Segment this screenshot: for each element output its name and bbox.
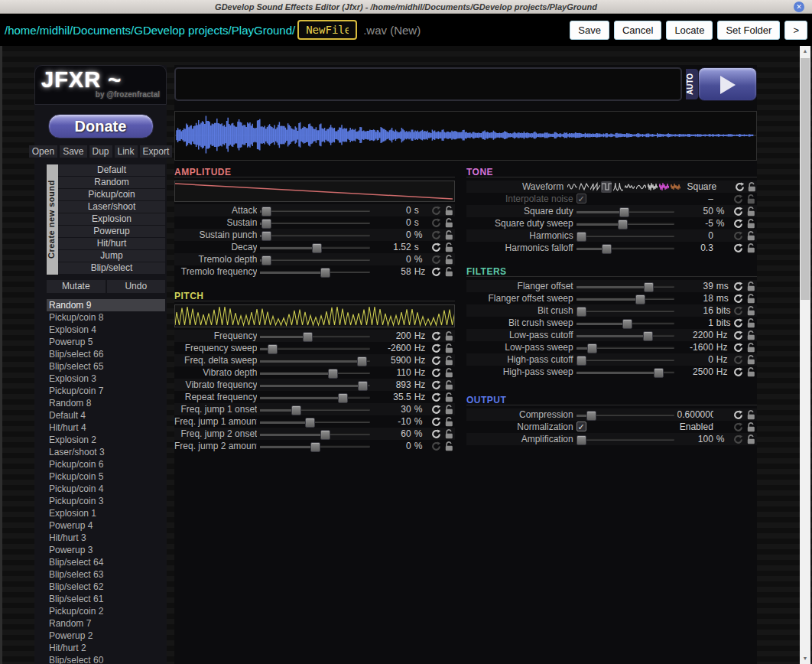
reset-icon[interactable] xyxy=(732,434,744,444)
waveform-sine-icon[interactable] xyxy=(567,181,577,193)
reset-icon[interactable] xyxy=(430,428,442,439)
param-slider[interactable] xyxy=(260,271,370,273)
reset-icon[interactable] xyxy=(430,441,442,451)
slider-thumb[interactable] xyxy=(577,435,586,445)
reset-icon[interactable] xyxy=(430,416,442,427)
sound-list-item[interactable]: Explosion 3 xyxy=(47,373,165,385)
reset-icon[interactable] xyxy=(732,218,744,229)
lock-icon[interactable] xyxy=(443,217,455,228)
slider-thumb[interactable] xyxy=(328,369,338,379)
reset-icon[interactable] xyxy=(430,367,442,378)
reset-icon[interactable] xyxy=(430,229,442,240)
toolbar-button-locate[interactable]: Locate xyxy=(666,21,713,40)
autoplay-toggle[interactable]: AUTO xyxy=(686,69,698,99)
slider-thumb[interactable] xyxy=(644,282,654,292)
lock-icon[interactable] xyxy=(745,342,757,353)
param-slider[interactable] xyxy=(577,285,674,288)
reset-icon[interactable] xyxy=(430,343,442,353)
lock-icon[interactable] xyxy=(443,355,455,366)
reset-icon[interactable] xyxy=(430,254,442,265)
sound-list-item[interactable]: Blip/select 60 xyxy=(47,654,165,664)
lock-icon[interactable] xyxy=(745,218,757,229)
slider-thumb[interactable] xyxy=(291,405,301,415)
param-slider[interactable] xyxy=(577,223,674,225)
preset-button-laser-shoot[interactable]: Laser/shoot xyxy=(58,201,165,213)
reset-icon[interactable] xyxy=(732,422,744,432)
param-slider[interactable] xyxy=(577,359,674,361)
reset-icon[interactable] xyxy=(732,230,744,241)
slider-thumb[interactable] xyxy=(358,381,368,391)
reset-icon[interactable] xyxy=(732,409,744,420)
lock-icon[interactable] xyxy=(443,367,455,378)
waveform-square-icon[interactable] xyxy=(601,181,612,193)
close-icon[interactable]: ✕ xyxy=(794,2,804,12)
param-slider[interactable] xyxy=(260,222,370,224)
mutate-button[interactable]: Mutate xyxy=(47,280,106,293)
reset-icon[interactable] xyxy=(430,392,442,402)
reset-icon[interactable] xyxy=(732,206,744,216)
sound-list-item[interactable]: Pickup/coin 6 xyxy=(47,458,165,470)
sound-list-item[interactable]: Blip/select 64 xyxy=(47,556,165,568)
waveform-whistle-icon[interactable] xyxy=(624,181,635,193)
param-slider[interactable] xyxy=(577,235,674,237)
param-slider[interactable] xyxy=(577,414,674,416)
sound-list-item[interactable]: Explosion 1 xyxy=(47,507,165,519)
sound-list-item[interactable]: Blip/select 61 xyxy=(47,593,165,605)
param-slider[interactable] xyxy=(577,310,674,312)
sound-list-item[interactable]: Blip/select 65 xyxy=(47,360,165,373)
preset-button-hit-hurt[interactable]: Hit/hurt xyxy=(58,238,165,249)
checkbox-checked[interactable]: ✓ xyxy=(577,194,586,203)
preset-button-random[interactable]: Random xyxy=(58,177,165,188)
param-slider[interactable] xyxy=(577,334,674,337)
filename-input[interactable] xyxy=(297,20,357,40)
toolbar-button-set-folder[interactable]: Set Folder xyxy=(717,21,780,40)
reset-icon[interactable] xyxy=(732,242,744,253)
preset-button-powerup[interactable]: Powerup xyxy=(58,226,165,237)
lock-icon[interactable] xyxy=(745,354,757,365)
scrollbar-thumb[interactable] xyxy=(801,58,810,300)
slider-thumb[interactable] xyxy=(602,244,612,254)
slider-thumb[interactable] xyxy=(261,256,271,265)
sound-list-item[interactable]: Explosion 4 xyxy=(47,324,165,336)
slider-thumb[interactable] xyxy=(312,243,322,253)
lock-icon[interactable] xyxy=(443,330,455,341)
sound-list-item[interactable]: Random 8 xyxy=(47,397,165,409)
sound-list-item[interactable]: Powerup 5 xyxy=(47,336,165,348)
slider-thumb[interactable] xyxy=(635,295,645,304)
sound-list-item[interactable]: Laser/shoot 3 xyxy=(47,446,165,458)
slider-thumb[interactable] xyxy=(577,232,586,242)
reset-icon[interactable] xyxy=(430,404,442,415)
sound-list-item[interactable]: Powerup 3 xyxy=(47,544,165,556)
reset-icon[interactable] xyxy=(732,317,744,328)
file-button-open[interactable]: Open xyxy=(29,145,57,158)
slider-thumb[interactable] xyxy=(643,331,653,341)
reset-icon[interactable] xyxy=(732,366,744,377)
waveform-whitenoise-icon[interactable] xyxy=(647,181,658,193)
reset-icon[interactable] xyxy=(732,342,744,353)
lock-icon[interactable] xyxy=(745,305,757,316)
sound-list-item[interactable]: Blip/select 62 xyxy=(47,581,165,593)
slider-thumb[interactable] xyxy=(338,393,348,403)
lock-icon[interactable] xyxy=(745,206,757,216)
lock-icon[interactable] xyxy=(745,317,757,328)
param-slider[interactable] xyxy=(260,347,370,350)
scroll-up-icon[interactable]: ▲ xyxy=(800,46,810,57)
param-slider[interactable] xyxy=(260,259,370,261)
lock-icon[interactable] xyxy=(745,366,757,377)
param-slider[interactable] xyxy=(260,335,370,337)
param-slider[interactable] xyxy=(577,347,674,349)
slider-thumb[interactable] xyxy=(261,231,271,241)
lock-icon[interactable] xyxy=(443,254,455,265)
reset-icon[interactable] xyxy=(732,354,744,365)
donate-button[interactable]: Donate xyxy=(48,114,154,138)
slider-thumb[interactable] xyxy=(305,418,315,428)
lock-icon[interactable] xyxy=(443,416,455,427)
play-button[interactable] xyxy=(698,67,757,101)
reset-icon[interactable] xyxy=(732,330,744,340)
slider-thumb[interactable] xyxy=(261,219,271,229)
reset-icon[interactable] xyxy=(732,281,744,291)
param-slider[interactable] xyxy=(260,433,370,435)
waveform-breaker-icon[interactable] xyxy=(635,181,646,193)
sound-list-item[interactable]: Powerup 4 xyxy=(47,519,165,532)
lock-icon[interactable] xyxy=(745,330,757,340)
